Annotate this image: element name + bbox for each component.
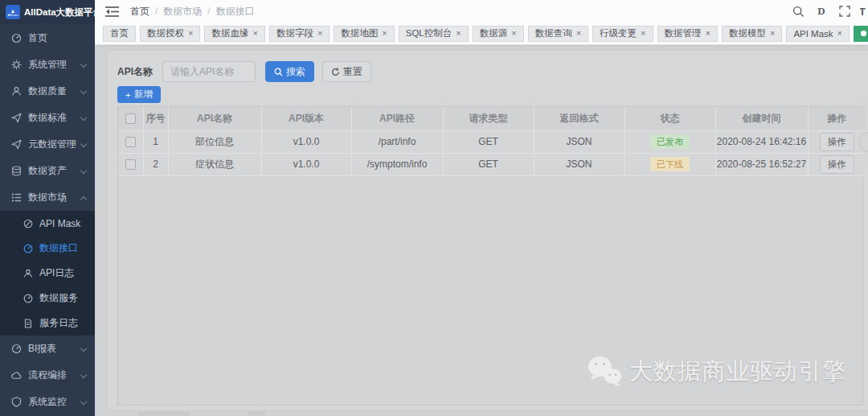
tab-api-mask[interactable]: API Mask× [786,26,850,42]
table-row: 2 症状信息 v1.0.0 /symptom/info GET JSON 已下线… [118,153,866,175]
shield-icon [10,397,22,408]
close-icon[interactable]: × [641,29,645,38]
tab-home[interactable]: 首页 [103,26,136,42]
tab-data-query[interactable]: 数据查询× [528,26,588,42]
select-all-checkbox[interactable] [125,113,136,124]
col-api-version: API版本 [261,107,351,130]
sidebar-item-data-assets[interactable]: 数据资产 [0,158,95,184]
sidebar-item-data-api[interactable]: 数据接口 [0,236,95,261]
breadcrumb-home[interactable]: 首页 [130,5,149,19]
chevron-down-icon [80,167,87,174]
sidebar: ▲ AllData AllData大数据平台 首页 系统管理 数据质量 数据标准… [0,0,95,416]
tab-data-source[interactable]: 数据源× [473,26,524,42]
file-icon [23,318,33,328]
docs-icon[interactable]: D [813,3,829,19]
plus-icon: + [125,90,131,100]
tab-data-map[interactable]: 数据地图× [334,26,394,42]
app-logo-bar: ▲ AllData AllData大数据平台 [0,0,95,24]
table-row: 1 部位信息 v1.0.0 /part/info GET JSON 已发布 20… [118,130,866,153]
chevron-down-icon [80,61,87,68]
tab-data-lineage[interactable]: 数据血缘× [204,26,264,42]
font-size-icon[interactable]: T▕ [860,3,868,19]
user-icon [23,268,33,278]
col-api-name: API名称 [168,107,261,130]
sidebar-item-data-market[interactable]: 数据市场 [0,184,95,211]
tab-data-field[interactable]: 数据字段× [269,26,330,42]
breadcrumb-data-api: 数据接口 [216,5,255,19]
status-badge: 已下线 [650,157,690,171]
sidebar-item-metadata-mgmt[interactable]: 元数据管理 [0,131,95,158]
fullscreen-icon[interactable] [837,3,853,19]
breadcrumb: 首页 / 数据市场 / 数据接口 [130,5,255,19]
circle-slash-icon [23,218,33,229]
cloud-icon [10,370,22,381]
dashboard-icon [23,293,33,303]
dashboard-icon [23,243,33,253]
sidebar-item-service-log[interactable]: 服务日志 [0,311,95,336]
close-icon[interactable]: × [770,29,775,38]
col-action: 操作 [808,107,866,130]
close-icon[interactable]: × [188,29,193,38]
tab-data-model[interactable]: 数据模型× [722,26,782,42]
dashboard-icon [10,344,22,355]
refresh-icon [331,68,340,76]
close-icon[interactable]: × [382,29,387,38]
tab-data-api-active[interactable]: 数据接口× [854,26,868,42]
content-card: API名称 搜索 重置 + 新增 [107,50,868,411]
tab-data-mgmt[interactable]: 数据管理× [657,26,718,42]
sidebar-toggle-icon[interactable] [103,3,121,19]
col-status: 状态 [624,107,715,130]
col-created: 创建时间 [715,107,808,130]
sidebar-item-workflow[interactable]: 流程编排 [0,362,95,389]
sidebar-item-api-mask[interactable]: API Mask [0,211,95,236]
chevron-down-icon [80,398,87,405]
database-icon [10,166,22,177]
app-title: AllData大数据平台 [24,6,102,19]
sidebar-item-api-log[interactable]: API日志 [0,261,95,286]
search-form: API名称 搜索 重置 [117,61,371,82]
close-icon[interactable]: × [706,29,710,38]
sidebar-item-data-standard[interactable]: 数据标准 [0,105,95,131]
sidebar-item-home[interactable]: 首页 [0,25,95,51]
active-tab-dot [861,31,866,36]
tab-row-change[interactable]: 行级变更× [592,26,653,42]
sidebar-item-data-service[interactable]: 数据服务 [0,286,95,311]
send-icon [10,113,22,124]
tab-sql-console[interactable]: SQL控制台× [399,26,469,42]
row-action-button[interactable]: 操作 [820,155,854,174]
close-icon[interactable]: × [511,29,516,38]
data-market-submenu: API Mask 数据接口 API日志 数据服务 服务日志 [0,211,95,336]
pagination-cutoff [138,411,190,416]
close-icon[interactable]: × [252,29,257,38]
dashboard-icon [10,33,22,44]
sidebar-menu: 首页 系统管理 数据质量 数据标准 元数据管理 数据资产 [0,24,95,415]
api-name-input[interactable] [162,61,256,82]
row-action-button[interactable]: 操作 [820,133,854,151]
close-icon[interactable]: × [456,29,461,38]
search-button[interactable]: 搜索 [265,61,314,82]
tab-data-auth[interactable]: 数据授权× [140,26,200,42]
sidebar-item-system-mgmt[interactable]: 系统管理 [0,51,95,78]
sidebar-item-system-monitor[interactable]: 系统监控 [0,389,95,415]
reset-button[interactable]: 重置 [322,61,371,82]
close-icon[interactable]: × [837,29,842,38]
status-badge: 已发布 [650,134,690,149]
chevron-down-icon [80,141,87,147]
close-icon[interactable]: × [576,29,581,38]
col-api-path: API路径 [351,107,443,130]
pagination-cutoff [248,411,265,416]
col-method: 请求类型 [443,107,534,130]
breadcrumb-data-market[interactable]: 数据市场 [163,5,202,19]
tabs-bar: 首页 数据授权× 数据血缘× 数据字段× 数据地图× SQL控制台× 数据源× … [95,23,868,45]
sidebar-item-data-quality[interactable]: 数据质量 [0,78,95,105]
main-content: API名称 搜索 重置 + 新增 [95,45,868,416]
row-checkbox[interactable] [125,159,136,170]
search-icon [274,68,283,76]
sidebar-item-bi-report[interactable]: BI报表 [0,336,95,362]
add-button[interactable]: + 新增 [117,86,161,103]
user-icon [10,86,22,97]
search-icon[interactable] [790,3,806,19]
close-icon[interactable]: × [317,29,322,38]
chevron-down-icon [80,345,87,352]
row-checkbox[interactable] [125,137,136,147]
